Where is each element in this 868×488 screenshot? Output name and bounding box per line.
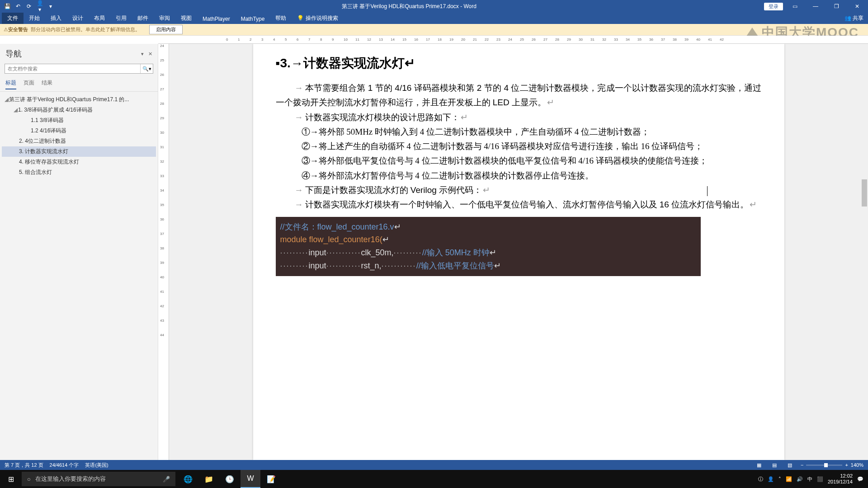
redo-icon[interactable]: ⟳ <box>25 3 33 9</box>
people-icon[interactable]: 👤 <box>768 476 774 482</box>
nav-tree-node[interactable]: 2. 4位二进制计数器 <box>2 136 156 146</box>
list-item: ④→将外部流水灯暂停信号与 4 位二进制计数器模块的计数器停止信号连接。 <box>302 169 762 183</box>
zoom-level[interactable]: 140% <box>851 462 863 468</box>
nav-tree-node[interactable]: ◢1. 3/8译码器扩展成 4/16译码器 <box>2 105 156 115</box>
subtab-results[interactable]: 结果 <box>42 79 52 89</box>
zoom-control[interactable]: − + 140% <box>801 462 863 468</box>
tab-view[interactable]: 视图 <box>175 13 197 24</box>
close-icon[interactable]: ✕ <box>848 3 866 9</box>
text-cursor <box>707 186 708 196</box>
vertical-scrollbar[interactable] <box>861 44 868 460</box>
tell-me[interactable]: 💡 操作说明搜索 <box>292 13 343 24</box>
ribbon-display-icon[interactable]: ▭ <box>786 3 804 9</box>
mic-icon[interactable]: 🎤 <box>163 476 170 483</box>
search-icon[interactable]: 🔍▾ <box>140 64 153 73</box>
tab-design[interactable]: 设计 <box>67 13 89 24</box>
tab-review[interactable]: 审阅 <box>154 13 175 24</box>
code-comment: //文件名：flow_led_counter16.v <box>280 222 394 231</box>
code-id: rst_n, <box>361 261 382 270</box>
word-count[interactable]: 24/4614 个字 <box>50 462 79 469</box>
para-text: 下面是计数器实现流水灯的 Verilog 示例代码： <box>305 185 482 195</box>
ime-icon[interactable]: 中 <box>807 476 812 483</box>
tray-up-icon[interactable]: ˄ <box>778 476 781 482</box>
paragraph: →本节需要组合第 1 节的 4/16 译码器模块和第 2 节的 4 位二进制计数… <box>276 81 762 110</box>
tray-icon[interactable]: ⬛ <box>817 476 823 482</box>
qat-more-icon[interactable]: ▾ <box>47 3 54 9</box>
tray-icon[interactable]: ⓘ <box>758 476 763 483</box>
paragraph: →计数器实现流水灯模块的设计思路如下：↵ <box>276 110 762 125</box>
maximize-icon[interactable]: ❐ <box>827 3 845 9</box>
tab-insert[interactable]: 插入 <box>45 13 67 24</box>
navigation-pane: 导航 ▾✕ 🔍▾ 标题 页面 结果 ◢第三讲 基于Verilog HDL和Qua… <box>0 44 158 460</box>
taskbar-clock[interactable]: 12:02 2019/12/14 <box>828 473 853 485</box>
vertical-ruler[interactable]: 2425262728293031323334353637383940414243… <box>158 44 169 460</box>
tab-file[interactable]: 文件 <box>2 13 24 24</box>
read-mode-icon[interactable]: ▦ <box>755 462 764 468</box>
taskbar-search[interactable]: ○ 在这里输入你要搜索的内容 🎤 <box>22 472 175 486</box>
nav-tree-node[interactable]: 1.1 3/8译码器 <box>2 115 156 126</box>
share-button[interactable]: 👥 共享 <box>840 13 868 24</box>
login-button[interactable]: 登录 <box>764 3 783 10</box>
tab-references[interactable]: 引用 <box>110 13 132 24</box>
quick-access-toolbar: 💾 ↶ ⟳ 👤▾ ▾ <box>0 0 54 13</box>
zoom-in-icon[interactable]: + <box>845 462 848 468</box>
nav-subtabs: 标题 页面 结果 <box>0 75 158 92</box>
minimize-icon[interactable]: — <box>807 3 825 9</box>
nav-title: 导航 <box>5 48 22 59</box>
tab-help[interactable]: 帮助 <box>270 13 292 24</box>
nav-close-icon[interactable]: ✕ <box>148 51 152 57</box>
nav-tree-node[interactable]: 1.2 4/16译码器 <box>2 126 156 136</box>
notifications-icon[interactable]: 💬 <box>857 476 863 482</box>
zoom-slider[interactable] <box>806 465 842 466</box>
ribbon-tabs: 文件 开始 插入 设计 布局 引用 邮件 审阅 视图 MathPlayer Ma… <box>0 13 868 24</box>
document-page[interactable]: ▪3.→计数器实现流水灯↵ →本节需要组合第 1 节的 4/16 译码器模块和第… <box>253 44 784 460</box>
user-icon[interactable]: 👤▾ <box>36 0 43 13</box>
enable-content-button[interactable]: 启用内容 <box>149 25 183 34</box>
tab-home[interactable]: 开始 <box>24 13 45 24</box>
paragraph: →计数器实现流水灯模块有一个时钟输入、一个低电平复位信号输入、流水灯暂停信号输入… <box>276 197 762 212</box>
nav-tree-node[interactable]: 4. 移位寄存器实现流水灯 <box>2 157 156 167</box>
tell-me-label: 操作说明搜索 <box>306 15 338 21</box>
tab-layout[interactable]: 布局 <box>89 13 110 24</box>
undo-icon[interactable]: ↶ <box>14 3 22 9</box>
save-icon[interactable]: 💾 <box>4 3 11 9</box>
clock-date: 2019/12/14 <box>828 479 853 485</box>
nav-search[interactable]: 🔍▾ <box>5 64 153 74</box>
network-icon[interactable]: 📶 <box>786 476 792 482</box>
app-word[interactable]: W <box>241 470 260 488</box>
nav-tree-node[interactable]: ◢第三讲 基于Verilog HDL和Quartus Prime17.1 的..… <box>2 94 156 105</box>
title-bar: 💾 ↶ ⟳ 👤▾ ▾ 第三讲 基于Verilog HDL和Quartus Pri… <box>0 0 868 13</box>
app-clock[interactable]: 🕒 <box>220 470 240 488</box>
tab-mailings[interactable]: 邮件 <box>132 13 154 24</box>
nav-tree-node[interactable]: 3. 计数器实现流水灯 <box>2 146 156 157</box>
warning-message: 部分活动内容已被禁用。单击此处了解详细信息。 <box>31 27 140 32</box>
zoom-out-icon[interactable]: − <box>801 462 803 468</box>
app-explorer[interactable]: 📁 <box>199 470 219 488</box>
status-bar: 第 7 页，共 12 页 24/4614 个字 英语(美国) ▦ ▤ ▧ − +… <box>0 460 868 470</box>
volume-icon[interactable]: 🔊 <box>797 476 803 482</box>
cortana-icon: ○ <box>27 476 31 483</box>
tab-mathplayer[interactable]: MathPlayer <box>197 14 236 24</box>
subtab-pages[interactable]: 页面 <box>24 79 34 89</box>
document-area: 2425262728293031323334353637383940414243… <box>158 44 868 460</box>
system-tray: ⓘ 👤 ˄ 📶 🔊 中 ⬛ 12:02 2019/12/14 💬 <box>758 473 868 485</box>
print-layout-icon[interactable]: ▤ <box>770 462 779 468</box>
nav-search-input[interactable] <box>5 64 140 73</box>
page-indicator[interactable]: 第 7 页，共 12 页 <box>5 462 43 469</box>
language-indicator[interactable]: 英语(美国) <box>85 462 108 469</box>
nav-tree-node[interactable]: 5. 组合流水灯 <box>2 167 156 178</box>
app-notepad[interactable]: 📝 <box>261 470 281 488</box>
start-button[interactable]: ⊞ <box>0 475 22 483</box>
paragraph: →下面是计数器实现流水灯的 Verilog 示例代码：↵ <box>276 183 762 197</box>
code-line: module flow_led_counter16( <box>280 235 382 244</box>
nav-options-icon[interactable]: ▾ <box>141 51 144 57</box>
para-text: 计数器实现流水灯模块的设计思路如下： <box>305 113 460 122</box>
scrollbar-thumb[interactable] <box>862 179 867 206</box>
web-layout-icon[interactable]: ▧ <box>785 462 794 468</box>
tab-mathtype[interactable]: MathType <box>236 14 270 24</box>
warning-icon: ⚠ <box>4 27 8 33</box>
horizontal-ruler[interactable]: 0123456789101112131415161718192021222324… <box>158 36 868 44</box>
subtab-headings[interactable]: 标题 <box>5 79 16 89</box>
app-browser[interactable]: 🌐 <box>178 470 198 488</box>
windows-taskbar: ⊞ ○ 在这里输入你要搜索的内容 🎤 🌐 📁 🕒 W 📝 ⓘ 👤 ˄ 📶 🔊 中… <box>0 470 868 488</box>
